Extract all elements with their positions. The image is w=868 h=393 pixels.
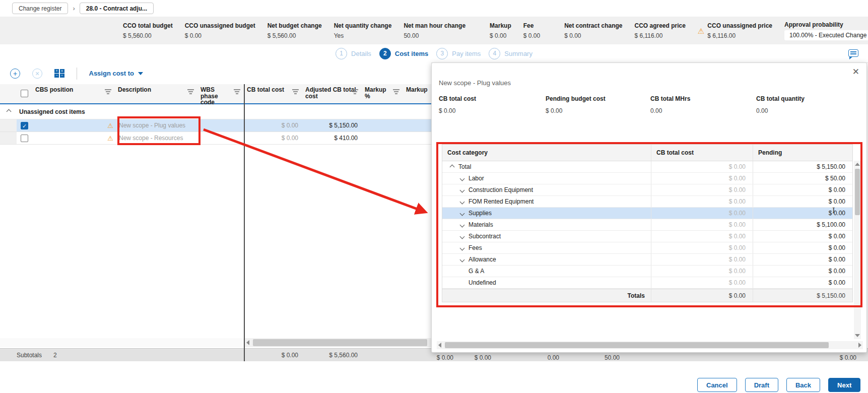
stat-cco-agreed-price: CCO agreed price $ 6,116.00 (634, 22, 685, 39)
stat-label: CCO unassigned budget (185, 22, 255, 29)
column-header-markup-pct[interactable]: Markup % (362, 84, 403, 103)
scroll-left-arrow[interactable] (438, 343, 441, 348)
kpi-stats-bar: CCO total budget $ 5,560.00 CCO unassign… (0, 17, 868, 44)
breadcrumb-current-tab[interactable]: 28.0 - Contract adju... (80, 3, 154, 14)
stat-value: $ 0.00 (490, 32, 511, 39)
remove-cost-item-button[interactable] (32, 69, 42, 79)
scroll-left-arrow[interactable] (246, 340, 249, 345)
cb-total-cost-cell[interactable]: $ 0.00 (244, 119, 302, 132)
group-label: Unassigned cost items (19, 108, 85, 115)
wizard-stepper: 1 Details 2 Cost items 3 Pay items 4 Sum… (0, 44, 868, 63)
stat-label: CB total cost (439, 95, 476, 102)
scrollbar-thumb[interactable] (445, 342, 829, 348)
step-details[interactable]: 1 Details (336, 48, 371, 59)
column-label: CB total cost (247, 86, 284, 93)
stat-label: Markup (490, 22, 511, 29)
step-number: 1 (336, 48, 347, 59)
stat-net-man-hour-change: Net man hour change 50.00 (404, 22, 465, 39)
step-pay-items[interactable]: 3 Pay items (436, 48, 481, 59)
step-label: Summary (504, 50, 532, 57)
panel-stat-cb-total-mhrs: CB total MHrs 0.00 (650, 95, 690, 114)
adjusted-cb-total-cost-cell[interactable]: $ 5,150.00 (302, 119, 362, 132)
scroll-down-arrow[interactable] (855, 334, 860, 337)
step-label: Details (351, 50, 371, 57)
assign-cost-to-label: Assign cost to (89, 70, 135, 77)
panel-stat-pending-budget-cost: Pending budget cost $ 0.00 (546, 95, 606, 114)
stat-value: Yes (334, 32, 392, 39)
filter-icon[interactable] (352, 89, 358, 96)
column-label: WBS phase code (201, 87, 222, 106)
assign-cost-to-dropdown[interactable]: Assign cost to (89, 70, 144, 77)
frozen-column-divider[interactable] (244, 84, 245, 361)
table-row[interactable]: New scope - Plug values $ 0.00 $ 5,150.0… (0, 119, 463, 132)
column-label: Description (118, 86, 151, 93)
filter-icon[interactable] (393, 89, 399, 96)
cancel-button[interactable]: Cancel (697, 378, 737, 392)
stat-value: $ 0.00 (185, 32, 255, 39)
breadcrumb: Change register › 28.0 - Contract adju..… (0, 0, 868, 17)
stat-value: $ 0.00 (546, 107, 606, 114)
column-header-cbs-position[interactable]: CBS position (32, 84, 115, 103)
chevron-up-icon[interactable] (7, 109, 12, 114)
stat-cco-unassigned-budget: CCO unassigned budget $ 0.00 (185, 22, 255, 39)
batch-edit-icon[interactable] (54, 69, 64, 78)
step-summary[interactable]: 4 Summary (489, 48, 532, 59)
row-handle-cell (0, 132, 17, 144)
draft-button[interactable]: Draft (745, 378, 778, 392)
wbs-phase-code-cell[interactable] (197, 119, 244, 132)
footer-actions: Cancel Draft Back Next (697, 378, 860, 392)
column-label: Adjusted CB total cost (305, 86, 356, 100)
scrollbar-thumb[interactable] (253, 339, 427, 346)
adjusted-cb-total-cost-cell[interactable]: $ 410.00 (302, 132, 362, 144)
step-label: Cost items (395, 50, 428, 57)
next-button[interactable]: Next (828, 378, 860, 392)
stat-net-contract-change: Net contract change $ 0.00 (564, 22, 622, 39)
column-header-adjusted-cb-total-cost[interactable]: Adjusted CB total cost (302, 84, 362, 103)
stat-markup: Markup $ 0.00 (490, 22, 511, 39)
stat-label: Net budget change (268, 22, 322, 29)
toolbar-divider (77, 68, 77, 80)
stat-label: CCO unassigned price (707, 22, 772, 29)
subtotal-value: $ 0.00 (463, 351, 491, 364)
group-row-unassigned[interactable]: Unassigned cost items (0, 104, 463, 119)
step-number: 3 (436, 48, 448, 59)
stat-label: Approval probability (784, 21, 868, 28)
column-label: Markup % (365, 87, 390, 99)
row-checkbox[interactable] (21, 122, 28, 129)
stat-value: $ 5,560.00 (268, 32, 322, 39)
subtotal-value: $ 0.00 (829, 351, 856, 364)
filter-icon[interactable] (234, 89, 240, 96)
markup-pct-cell[interactable] (362, 132, 403, 144)
markup-pct-cell[interactable] (362, 119, 403, 132)
back-button[interactable]: Back (786, 378, 820, 392)
step-cost-items[interactable]: 2 Cost items (379, 48, 428, 59)
cbs-position-cell[interactable] (32, 119, 115, 132)
filter-icon[interactable] (292, 89, 299, 96)
grid-header: CBS position Description WBS phase code … (0, 84, 463, 104)
row-checkbox[interactable] (21, 135, 28, 142)
filter-icon[interactable] (187, 89, 194, 96)
close-icon[interactable] (852, 68, 859, 76)
wbs-phase-code-cell[interactable] (197, 132, 244, 144)
column-header-cb-total-cost[interactable]: CB total cost (244, 84, 302, 103)
grid-horizontal-scrollbar[interactable] (0, 338, 431, 347)
table-row[interactable]: New scope - Resources $ 0.00 $ 410.00 (0, 132, 463, 145)
stat-label: CB total MHrs (650, 95, 690, 102)
scroll-right-arrow[interactable] (858, 343, 861, 348)
filter-icon[interactable] (105, 89, 111, 96)
caret-down-icon (138, 72, 143, 75)
step-number: 2 (379, 48, 391, 59)
add-cost-item-button[interactable] (10, 69, 20, 79)
cb-total-cost-cell[interactable]: $ 0.00 (244, 132, 302, 144)
breadcrumb-back-button[interactable]: Change register (12, 3, 68, 14)
comments-icon[interactable] (848, 49, 858, 57)
column-header-wbs-phase-code[interactable]: WBS phase code (197, 84, 244, 103)
select-all-checkbox[interactable] (21, 90, 28, 97)
panel-horizontal-scrollbar[interactable] (437, 341, 863, 349)
cbs-position-cell[interactable] (32, 132, 115, 144)
subtotal-value: 0.00 (534, 351, 559, 364)
warning-icon (107, 135, 113, 142)
column-header-description[interactable]: Description (115, 84, 197, 103)
approval-probability-select[interactable]: 100.00% - Executed Change Order (784, 30, 868, 40)
annotation-box-cost-category-table (436, 142, 862, 307)
